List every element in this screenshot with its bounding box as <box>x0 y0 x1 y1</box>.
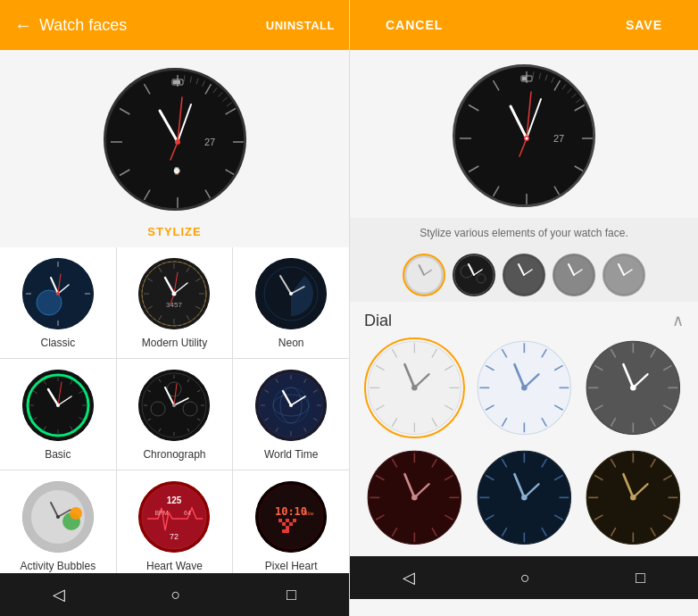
svg-rect-22 <box>173 80 180 84</box>
watch-face-label-world-time: World Time <box>264 448 318 461</box>
watch-face-activity-bubbles[interactable]: Activity Bubbles <box>0 470 116 573</box>
svg-text:72: 72 <box>170 532 179 541</box>
back-arrow-icon: ← <box>14 15 32 36</box>
dial-chevron-icon[interactable]: ∧ <box>672 311 684 330</box>
bottom-nav-right: ◁ ○ □ <box>350 556 698 599</box>
top-bar-left: ← Watch faces UNINSTALL <box>0 0 349 50</box>
watch-thumb-world-time <box>255 370 327 441</box>
svg-point-228 <box>521 385 528 391</box>
watch-thumb-chronograph <box>138 370 210 441</box>
watch-face-pixel-heart[interactable]: 10:10 Now Pixel Heart <box>233 470 349 573</box>
style-option-5[interactable] <box>602 254 645 296</box>
style-option-3[interactable] <box>503 254 545 296</box>
watch-preview-left: 27 ⌚ <box>0 50 349 220</box>
dial-options-grid <box>364 337 684 547</box>
stylize-row: Stylize various elements of your watch f… <box>350 218 698 248</box>
nav-home-right[interactable]: ○ <box>503 562 548 595</box>
watch-face-label-classic: Classic <box>40 337 75 349</box>
dial-option-white[interactable] <box>364 337 465 438</box>
svg-rect-148 <box>293 519 296 522</box>
right-panel: CANCEL SAVE <box>349 0 698 616</box>
watch-faces-grid: Classic 3457 <box>0 247 349 573</box>
svg-text:⌚: ⌚ <box>172 166 183 175</box>
watch-face-basic[interactable]: Basic <box>0 359 116 470</box>
page-title: Watch faces <box>39 16 127 35</box>
cancel-button[interactable]: CANCEL <box>350 0 478 50</box>
watch-thumb-activity-bubbles <box>22 481 94 553</box>
dial-option-dark-gray[interactable] <box>583 337 684 438</box>
watch-thumb-pixel-heart: 10:10 Now <box>255 481 327 553</box>
watch-face-modern-utility[interactable]: 3457 <box>117 247 233 358</box>
watch-face-heart-wave[interactable]: 125 BPM 72 64 Heart Wave <box>117 470 233 573</box>
nav-back-right[interactable]: ◁ <box>385 561 433 595</box>
bottom-nav-left: ◁ ○ □ <box>0 573 349 616</box>
dial-option-dark-red[interactable] <box>364 447 465 548</box>
nav-back-left[interactable]: ◁ <box>35 578 83 612</box>
style-option-2[interactable] <box>453 254 495 296</box>
svg-point-132 <box>56 515 60 519</box>
svg-text:Now: Now <box>304 510 314 516</box>
watch-thumb-neon <box>255 258 327 329</box>
watch-preview-right: 27 <box>350 50 698 218</box>
watch-face-label-activity-bubbles: Activity Bubbles <box>20 560 96 572</box>
svg-point-105 <box>172 404 176 407</box>
svg-rect-146 <box>286 526 289 529</box>
svg-point-179 <box>526 137 528 140</box>
nav-recent-right[interactable]: □ <box>618 562 663 595</box>
watch-face-world-time[interactable]: World Time <box>233 359 349 470</box>
watch-face-label-pixel-heart: Pixel Heart <box>265 560 318 572</box>
svg-point-276 <box>521 495 528 501</box>
svg-rect-143 <box>282 522 286 526</box>
main-watch-preview: 27 ⌚ <box>104 68 246 211</box>
svg-point-129 <box>70 507 82 520</box>
dial-option-dark-blue[interactable] <box>474 447 575 548</box>
svg-point-40 <box>56 292 60 296</box>
left-panel: ← Watch faces UNINSTALL <box>0 0 349 616</box>
back-button[interactable]: ← Watch faces <box>14 15 127 36</box>
svg-rect-144 <box>286 519 289 522</box>
stylize-label: STYLIZE <box>0 220 349 247</box>
watch-face-neon[interactable]: Neon <box>233 247 349 358</box>
svg-rect-147 <box>278 519 282 522</box>
svg-text:10:10: 10:10 <box>275 505 307 518</box>
watch-face-classic[interactable]: Classic <box>0 247 116 358</box>
watch-thumb-modern-utility: 3457 <box>138 258 210 329</box>
svg-point-212 <box>411 385 418 391</box>
svg-text:64: 64 <box>185 510 192 516</box>
nav-home-left[interactable]: ○ <box>154 579 199 612</box>
uninstall-button[interactable]: UNINSTALL <box>266 19 335 32</box>
svg-text:27: 27 <box>204 137 215 147</box>
dial-option-dark-gold[interactable] <box>583 447 684 548</box>
svg-point-244 <box>630 385 636 391</box>
svg-point-66 <box>289 292 293 296</box>
svg-rect-149 <box>282 529 289 533</box>
svg-point-125 <box>289 404 293 407</box>
watch-thumb-basic <box>22 370 94 441</box>
svg-rect-172 <box>522 77 527 80</box>
svg-point-84 <box>56 404 60 407</box>
dial-section-title: Dial <box>364 312 392 330</box>
watch-thumb-heart-wave: 125 BPM 72 64 <box>138 481 210 553</box>
watch-face-label-modern-utility: Modern Utility <box>142 337 207 349</box>
style-option-1[interactable] <box>403 254 445 296</box>
watch-face-label-basic: Basic <box>45 448 71 461</box>
dial-option-blue-white[interactable] <box>474 337 575 438</box>
watch-face-label-chronograph: Chronograph <box>143 448 205 461</box>
svg-point-260 <box>411 495 418 501</box>
nav-recent-left[interactable]: □ <box>269 579 314 612</box>
watch-face-chronograph[interactable]: Chronograph <box>117 359 233 470</box>
watch-thumb-classic <box>22 258 94 329</box>
svg-text:3457: 3457 <box>167 301 183 309</box>
svg-point-28 <box>175 139 180 145</box>
save-button[interactable]: SAVE <box>590 0 698 50</box>
dial-header: Dial ∧ <box>364 311 684 330</box>
main-watch-preview-right: 27 <box>453 64 595 207</box>
watch-face-label-heart-wave: Heart Wave <box>146 560 203 572</box>
style-option-4[interactable] <box>553 254 595 296</box>
top-bar-right: CANCEL SAVE <box>350 0 698 50</box>
svg-text:BPM: BPM <box>155 510 169 516</box>
svg-text:27: 27 <box>553 133 564 144</box>
svg-text:125: 125 <box>167 495 182 505</box>
svg-point-61 <box>172 292 177 296</box>
svg-rect-145 <box>289 522 293 526</box>
